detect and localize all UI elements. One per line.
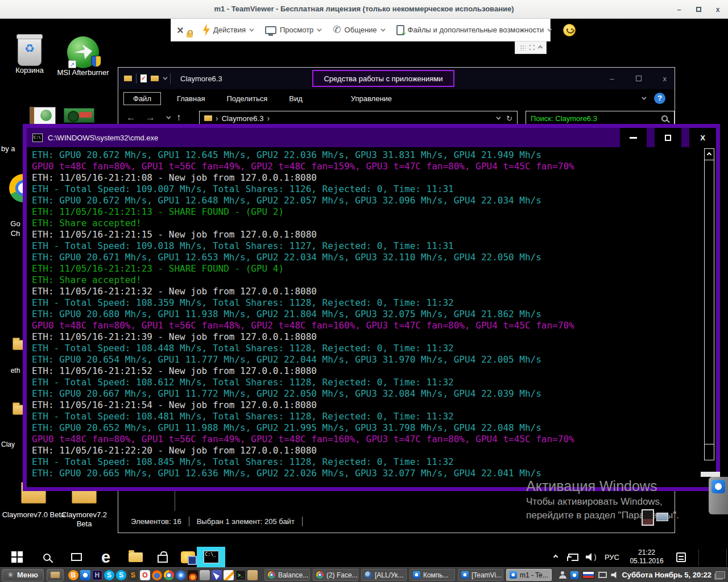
close-session-button[interactable]: × <box>175 19 193 41</box>
launcher-icon[interactable]: B <box>68 570 78 580</box>
launcher-icon[interactable] <box>80 570 90 580</box>
launcher-icon[interactable]: O <box>140 570 150 580</box>
user-icon[interactable] <box>559 571 566 579</box>
maximize-button[interactable] <box>694 6 703 14</box>
desktop-icon-book[interactable] <box>30 107 56 125</box>
properties-check-icon[interactable]: ✓ <box>140 74 147 82</box>
launcher-icon[interactable] <box>200 570 210 580</box>
up-button[interactable]: ↑ <box>176 112 181 123</box>
recent-locations-chevron-icon[interactable] <box>166 114 171 119</box>
display-icon[interactable] <box>598 572 607 578</box>
console-line: ETH - Total Speed: 108.359 Mh/s, Total S… <box>32 297 716 309</box>
close-button[interactable]: x <box>713 6 722 14</box>
tray-popup-icon[interactable] <box>642 509 654 526</box>
desktop-icon-gpu[interactable] <box>64 108 94 123</box>
window-button[interactable]: [ALL/Ук... <box>361 569 407 581</box>
local-clock[interactable]: Суббота Ноябрь 5, 20:22 <box>622 571 712 579</box>
back-button[interactable]: ← <box>126 112 136 123</box>
volume-icon[interactable] <box>611 572 618 579</box>
window-button[interactable]: [TeamVi... <box>458 569 503 581</box>
forward-button[interactable]: → <box>146 112 155 123</box>
scrollbar-track[interactable] <box>704 160 714 460</box>
explorer-maximize-button[interactable] <box>636 74 642 83</box>
desktop-label-eth[interactable]: eth <box>8 366 23 375</box>
explorer-close-button[interactable]: x <box>663 74 667 83</box>
taskbar-explorer-button[interactable] <box>122 547 149 567</box>
action-center-button[interactable] <box>671 547 690 567</box>
scrollbar-thumb[interactable] <box>704 444 714 460</box>
taskbar-search-button[interactable] <box>33 547 60 567</box>
taskbar-edge-button[interactable]: e <box>92 547 119 567</box>
new-folder-icon[interactable] <box>151 76 159 81</box>
minimize-button[interactable]: – <box>675 6 684 14</box>
ribbon-tab[interactable]: Файл <box>123 92 161 105</box>
chevron-up-icon <box>553 555 558 559</box>
cmd-minimize-button[interactable] <box>620 128 647 147</box>
show-desktop-edge[interactable] <box>726 549 727 566</box>
scroll-up-button[interactable] <box>704 148 714 160</box>
taskbar-cmd-button-active[interactable]: C:\_ <box>197 547 225 567</box>
launcher-icon[interactable]: >_ <box>235 570 246 580</box>
help-icon[interactable]: ? <box>654 93 665 104</box>
menu-view[interactable]: Просмотр <box>263 19 322 41</box>
menu-button[interactable]: ✳ Меню <box>2 569 44 581</box>
menu-communicate[interactable]: ✆ Общение <box>330 19 386 41</box>
tray-overflow-button[interactable] <box>547 547 564 567</box>
feedback-smiley-button[interactable] <box>561 19 578 41</box>
desktop-icon-recycle-bin[interactable]: ♻ Корзина <box>6 36 53 75</box>
menu-files-extras[interactable]: Файлы и дополнительные возможности <box>394 19 553 41</box>
start-button[interactable] <box>3 547 31 567</box>
breadcrumb[interactable]: Claymore6.3 <box>222 114 264 123</box>
ribbon-tab[interactable]: Управление <box>351 94 392 103</box>
teamviewer-side-grip[interactable] <box>709 477 728 514</box>
teamviewer-tray-icon[interactable] <box>570 571 578 579</box>
launcher-icon[interactable] <box>247 570 258 580</box>
launcher-icon[interactable] <box>176 570 186 580</box>
volume-icon[interactable]: ) <box>582 547 599 567</box>
language-indicator[interactable]: РУС <box>601 547 623 567</box>
workspace-switcher-icon[interactable] <box>715 571 725 579</box>
ribbon-collapse-chevron-icon[interactable] <box>642 95 646 99</box>
launcher-icon[interactable]: S <box>104 570 114 580</box>
launcher-icon[interactable]: S <box>116 570 126 580</box>
launcher-icon[interactable]: S <box>128 570 138 580</box>
clock[interactable]: 21:2205.11.2016 <box>624 547 669 567</box>
app-tools-ribbon-tab[interactable]: Средства работы с приложениями <box>312 70 454 87</box>
window-button[interactable]: (2) Face... <box>313 569 358 581</box>
address-dropdown-chevron-icon[interactable] <box>496 115 500 119</box>
launcher-icon[interactable] <box>212 570 222 580</box>
launcher-icon[interactable] <box>152 570 162 580</box>
launcher-icon[interactable] <box>224 570 234 580</box>
quick-access-chevron-icon[interactable] <box>163 75 167 80</box>
window-button[interactable]: Balance... <box>264 569 310 581</box>
network-icon[interactable] <box>565 547 581 567</box>
refresh-icon[interactable]: ↻ <box>506 114 512 123</box>
explorer-minimize-button[interactable]: – <box>610 74 614 83</box>
menu-actions[interactable]: Действия <box>201 19 255 41</box>
cmd-close-button[interactable]: X <box>689 128 716 147</box>
launcher-icon[interactable]: H <box>92 570 102 580</box>
notification-icon <box>676 552 686 562</box>
desktop-icon-msi-afterburner[interactable]: ↗ MSI Afterburner <box>57 36 109 77</box>
desktop-label-clay[interactable]: Clay <box>1 440 22 449</box>
launcher-icon[interactable] <box>164 570 174 580</box>
desktop-label-by-a[interactable]: by a <box>1 144 23 153</box>
cmd-titlebar[interactable]: C:\ C:\WINDOWS\system32\cmd.exe X <box>27 128 716 147</box>
window-button[interactable]: m1 - Te... <box>506 569 552 581</box>
ribbon-tab[interactable]: Главная <box>177 94 205 103</box>
search-input[interactable]: Поиск: Claymore6.3 <box>531 114 661 123</box>
search-icon <box>43 554 51 561</box>
window-button[interactable]: Компь... <box>410 569 455 581</box>
taskbar-store-button[interactable] <box>149 547 176 567</box>
russian-flag-icon[interactable] <box>582 571 594 579</box>
scrollbar[interactable] <box>704 148 714 477</box>
launcher-icon[interactable] <box>188 570 198 580</box>
file-manager-button[interactable] <box>47 569 64 581</box>
ribbon-tab[interactable]: Поделиться <box>226 94 267 103</box>
console-line: ETH: Share accepted! <box>32 218 716 229</box>
cmd-maximize-button[interactable] <box>655 128 681 147</box>
toolbar-collapse-tab[interactable] <box>515 41 547 54</box>
task-view-button[interactable] <box>63 547 90 567</box>
tray-popup-icon[interactable] <box>656 513 668 521</box>
ribbon-tab[interactable]: Вид <box>289 94 303 103</box>
